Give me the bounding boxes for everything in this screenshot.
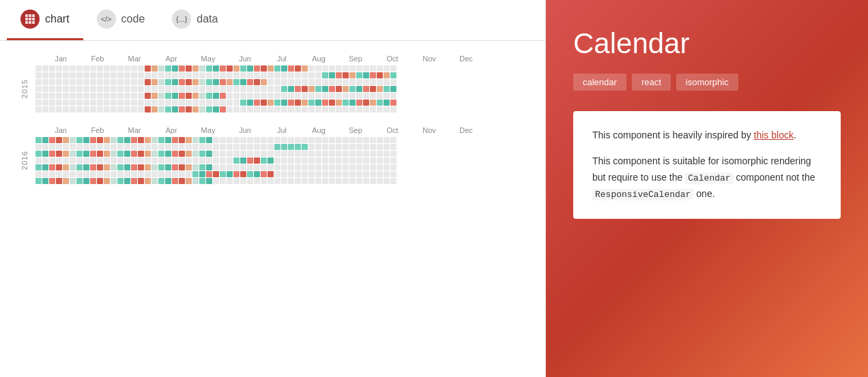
- description-para2: This component is suitable for isomorphi…: [592, 153, 822, 202]
- cal-cell: [165, 65, 171, 72]
- cal-cell: [213, 178, 219, 184]
- cal-cell: [240, 171, 246, 177]
- cal-cell: [227, 93, 233, 99]
- cal-cell: [42, 86, 48, 92]
- tag-calendar[interactable]: calendar: [573, 74, 626, 91]
- cal-cell: [288, 106, 294, 112]
- cal-cell: [192, 79, 199, 85]
- cal-cell: [322, 86, 328, 92]
- cal-cell: [158, 86, 164, 92]
- cal-cell: [206, 93, 212, 99]
- cal-cell: [131, 137, 137, 143]
- cal-cell: [288, 79, 294, 85]
- tag-isomorphic[interactable]: isomorphic: [676, 74, 738, 91]
- cal-cell: [192, 72, 199, 78]
- cal-cell: [254, 72, 260, 78]
- cal-cell: [213, 106, 219, 112]
- cal-cell: [42, 137, 48, 143]
- cal-cell: [35, 106, 42, 112]
- cal-cell: [233, 93, 240, 99]
- cal-cell: [220, 171, 226, 177]
- cal-cell: [356, 144, 362, 150]
- cal-cell: [213, 72, 219, 78]
- cal-cell: [165, 86, 171, 92]
- cal-cell: [247, 137, 253, 143]
- cal-cell: [83, 151, 89, 157]
- cal-cell: [104, 178, 110, 184]
- cal-cell: [329, 72, 335, 78]
- cal-cell: [111, 151, 117, 157]
- cal-cell: [49, 65, 55, 72]
- cal-cell: [117, 157, 124, 164]
- cal-cell: [90, 79, 96, 85]
- cal-cell: [165, 178, 171, 184]
- cal-cell: [254, 151, 260, 157]
- cal-cell: [220, 100, 226, 106]
- cal-cell: [42, 151, 48, 157]
- cal-cell: [233, 65, 240, 72]
- cal-cell: [227, 72, 233, 78]
- cal-cell: [56, 79, 62, 85]
- month-mar-2016: Mar: [116, 126, 153, 134]
- cal-cell: [131, 164, 137, 170]
- cal-cell: [227, 100, 233, 106]
- cal-cell: [90, 164, 96, 170]
- cal-cell: [233, 151, 240, 157]
- cal-cell: [288, 100, 294, 106]
- cal-cell: [315, 157, 321, 164]
- tab-chart[interactable]: chart: [7, 0, 83, 40]
- cal-cell: [172, 144, 178, 150]
- cal-cell: [199, 137, 205, 143]
- cal-cell: [213, 86, 219, 92]
- cal-cell: [35, 65, 42, 72]
- cal-cell: [83, 86, 89, 92]
- cal-cell: [76, 151, 83, 157]
- cal-cell: [111, 171, 117, 177]
- month-jun: Jun: [227, 55, 263, 63]
- cal-cell: [349, 144, 356, 150]
- cal-cell: [42, 171, 48, 177]
- cal-cell: [281, 157, 287, 164]
- tag-react[interactable]: react: [632, 74, 671, 91]
- week-row: [35, 100, 396, 106]
- cal-cell: [83, 72, 89, 78]
- cal-cell: [220, 157, 226, 164]
- cal-cell: [56, 86, 62, 92]
- cal-cell: [35, 72, 42, 78]
- cal-cell: [165, 171, 171, 177]
- cal-cell: [56, 106, 62, 112]
- cal-cell: [322, 72, 328, 78]
- tab-data[interactable]: {...} data: [158, 0, 231, 40]
- cal-cell: [356, 65, 362, 72]
- cal-cell: [336, 164, 342, 170]
- cal-cell: [240, 137, 246, 143]
- cal-cell: [288, 137, 294, 143]
- cal-cell: [42, 106, 48, 112]
- cal-cell: [343, 72, 349, 78]
- cal-cell: [343, 86, 349, 92]
- cal-cell: [63, 178, 69, 184]
- cal-cell: [76, 100, 83, 106]
- cal-cell: [233, 106, 240, 112]
- tab-code[interactable]: </> code: [83, 0, 159, 40]
- month-apr: Apr: [153, 55, 190, 63]
- cal-cell: [261, 144, 267, 150]
- cal-cell: [104, 72, 110, 78]
- cal-cell: [199, 178, 205, 184]
- cal-cell: [76, 171, 83, 177]
- cal-cell: [308, 151, 315, 157]
- cal-cell: [356, 157, 362, 164]
- cal-cell: [63, 106, 69, 112]
- cal-cell: [42, 100, 48, 106]
- code-icon: </>: [97, 10, 116, 29]
- this-block-link[interactable]: this block: [754, 130, 794, 140]
- cal-cell: [254, 164, 260, 170]
- cal-cell: [343, 178, 349, 184]
- cal-cell: [158, 106, 164, 112]
- cal-cell: [42, 144, 48, 150]
- cal-cell: [90, 171, 96, 177]
- cal-cell: [247, 144, 253, 150]
- desc-p2c: one.: [696, 188, 714, 199]
- cal-cell: [336, 137, 342, 143]
- cal-cell: [63, 137, 69, 143]
